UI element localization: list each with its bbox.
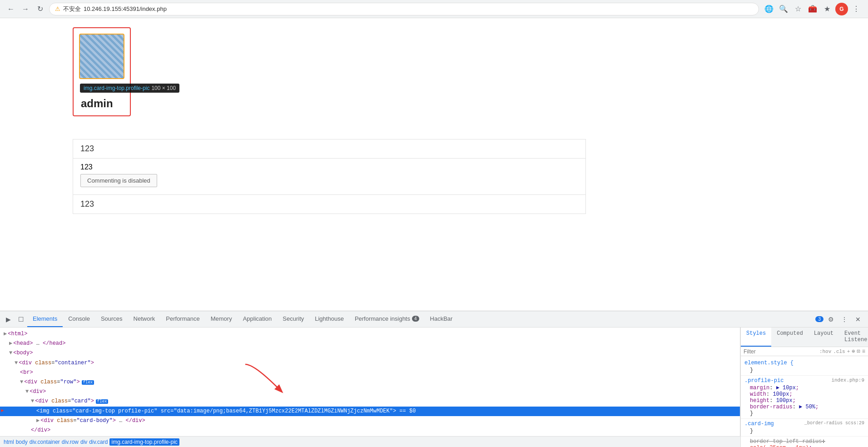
tab-hackbar[interactable]: HackBar [425, 311, 458, 327]
elements-panel[interactable]: ▶<html> ▶<head> … </head> ▼<body> ▼<div … [0, 328, 740, 436]
add-style-btn[interactable]: + [847, 349, 850, 354]
device-toggle-button[interactable]: ☐ [15, 313, 27, 326]
html-line[interactable]: ▶<html> [0, 329, 740, 339]
page-content: img.card-img-top.profile-pic 100 × 100 a… [0, 18, 868, 311]
post-item-with-comment: 123 Commenting is disabled [73, 159, 586, 195]
bc-row[interactable]: div.row [62, 439, 79, 445]
browser-actions: 🌐 🔍 ☆ 🧰 ★ G ⋮ [763, 3, 863, 15]
cls-toggle[interactable]: .cls [833, 349, 845, 354]
img-tooltip: img.card-img-top.profile-pic 100 × 100 [80, 84, 179, 93]
bc-container[interactable]: div.container [30, 439, 60, 445]
breadcrumb-bar: html body div.container div.row div div.… [0, 436, 740, 447]
bookmark-button[interactable]: ☆ [792, 3, 804, 15]
card-highlight-box: img.card-img-top.profile-pic 100 × 100 a… [73, 27, 131, 116]
html-line[interactable]: ▼<div class="container"> [0, 358, 740, 368]
bc-card[interactable]: div.card [89, 439, 108, 445]
devtools-body: ▶<html> ▶<head> … </head> ▼<body> ▼<div … [0, 328, 868, 447]
commenting-disabled-button[interactable]: Commenting is disabled [80, 174, 157, 187]
card-img-border-radius-rule: .card-img _border-radius scss:29 } [741, 419, 868, 437]
styles-filter-input[interactable] [744, 348, 818, 355]
html-line[interactable]: ▼<div class="card">flex [0, 397, 740, 406]
url-text: 10.246.19.155:45391/index.php [84, 5, 167, 12]
styles-tab-layout[interactable]: Layout [808, 328, 839, 347]
profile-pic-header: .profile-pic index.php:9 [744, 377, 864, 384]
menu-button[interactable]: ⋮ [850, 3, 863, 15]
styles-tabs: Styles Computed Layout Event Listeners » [741, 328, 868, 347]
card-img-border-radius-header: .card-img _border-radius scss:29 [744, 421, 864, 427]
profile-pic-selector: .profile-pic [744, 377, 784, 384]
html-line[interactable]: ▼<div class="row">flex [0, 377, 740, 387]
html-line[interactable]: </div> [0, 426, 740, 435]
profile-pic-source: index.php:9 [831, 377, 864, 384]
tab-memory[interactable]: Memory [205, 311, 238, 327]
settings-button[interactable]: ⚙ [824, 313, 837, 326]
styles-tab-styles[interactable]: Styles [741, 328, 771, 347]
styles-panel: Styles Computed Layout Event Listeners »… [741, 328, 868, 447]
inspect-button[interactable]: ▶ [2, 313, 15, 326]
elements-panel-container: ▶<html> ▶<head> … </head> ▼<body> ▼<div … [0, 328, 741, 447]
element-style-header: element.style { [744, 360, 864, 366]
selected-html-line[interactable]: ► <img class="card-img-top profile-pic" … [0, 407, 740, 416]
card-img-source-1: _border-radius scss:29 [804, 421, 864, 427]
html-line[interactable]: ▼<div> [0, 387, 740, 397]
profile-image: img.card-img-top.profile-pic 100 × 100 [79, 34, 124, 79]
bc-div[interactable]: div [80, 439, 87, 445]
card-inner: img.card-img-top.profile-pic 100 × 100 a… [77, 32, 126, 112]
bc-body[interactable]: body [16, 439, 28, 445]
bc-selected-img[interactable]: img.card-img-top.profile-pic [109, 438, 179, 446]
html-line[interactable]: ▶<div class="card-body"> … </div> [0, 416, 740, 426]
style-action-3[interactable]: ≡ [862, 348, 865, 355]
tab-network[interactable]: Network [128, 311, 161, 327]
posts-area: 123 123 Commenting is disabled 123 [0, 130, 868, 214]
back-button[interactable]: ← [5, 4, 16, 15]
devtools-right-actions: 3 ⚙ ⋮ ✕ [815, 313, 864, 326]
element-style-selector: element.style { [744, 360, 794, 366]
tab-elements[interactable]: Elements [27, 311, 63, 327]
html-line[interactable]: <br> [0, 368, 740, 377]
border-top-left-radius-prop: border-top-left-radius: calc(.25rem - 1p… [744, 438, 864, 447]
devtools-toolbar: ▶ ☐ Elements Console Sources Network Per… [0, 311, 868, 328]
card-img-strikethrough-rule: border-top-left-radius: calc(.25rem - 1p… [741, 437, 868, 447]
reload-button[interactable]: ↻ [35, 4, 45, 15]
width-prop: width: 100px; [744, 391, 864, 397]
tab-performance[interactable]: Performance [160, 311, 205, 327]
tab-application[interactable]: Application [238, 311, 278, 327]
style-action-2[interactable]: ⊡ [857, 348, 860, 355]
html-line[interactable]: ▶<head> … </head> [0, 339, 740, 348]
height-prop: height: 100px; [744, 397, 864, 404]
translate-button[interactable]: 🌐 [763, 3, 775, 15]
style-action-1[interactable]: ⊕ [852, 348, 855, 355]
close-devtools-button[interactable]: ✕ [852, 313, 864, 326]
card-img-selector-1: .card-img [744, 421, 774, 427]
profile-pic-close: } [744, 410, 864, 417]
security-warning-icon: ⚠ [55, 5, 60, 12]
profile-avatar[interactable]: G [835, 3, 848, 15]
admin-text: admin [81, 97, 124, 110]
issues-badge[interactable]: 3 [815, 316, 823, 322]
more-options-button[interactable]: ⋮ [838, 313, 851, 326]
img-size: 100 × 100 [151, 85, 176, 91]
card-area: img.card-img-top.profile-pic 100 × 100 a… [0, 18, 868, 116]
styles-content: element.style { } .profile-pic index.php… [741, 356, 868, 447]
zoom-button[interactable]: 🔍 [777, 3, 790, 15]
bookmarks-bar-button[interactable]: ★ [821, 3, 833, 15]
hov-toggle[interactable]: :hov [819, 349, 831, 354]
styles-tab-event-listeners[interactable]: Event Listeners [839, 328, 868, 347]
tab-console[interactable]: Console [63, 311, 95, 327]
tab-lighthouse[interactable]: Lighthouse [309, 311, 349, 327]
extensions-button[interactable]: 🧰 [806, 3, 819, 15]
bc-html[interactable]: html [4, 439, 14, 445]
post-item: 123 [73, 139, 586, 159]
forward-button[interactable]: → [20, 4, 31, 15]
styles-filter-bar: :hov .cls + ⊕ ⊡ ≡ [741, 347, 868, 356]
browser-chrome: ← → ↻ ⚠ 不安全 10.246.19.155:45391/index.ph… [0, 0, 868, 18]
tab-performance-insights[interactable]: Performance insights 4 [349, 311, 425, 327]
tab-security[interactable]: Security [277, 311, 309, 327]
post-text: 123 [80, 163, 578, 171]
tab-sources[interactable]: Sources [95, 311, 128, 327]
html-line[interactable]: ▼<body> [0, 348, 740, 358]
warning-text: 不安全 [63, 5, 81, 13]
styles-tab-computed[interactable]: Computed [771, 328, 808, 347]
address-bar[interactable]: ⚠ 不安全 10.246.19.155:45391/index.php [49, 3, 759, 15]
profile-pic-rule: .profile-pic index.php:9 margin: ► 10px;… [741, 376, 868, 419]
